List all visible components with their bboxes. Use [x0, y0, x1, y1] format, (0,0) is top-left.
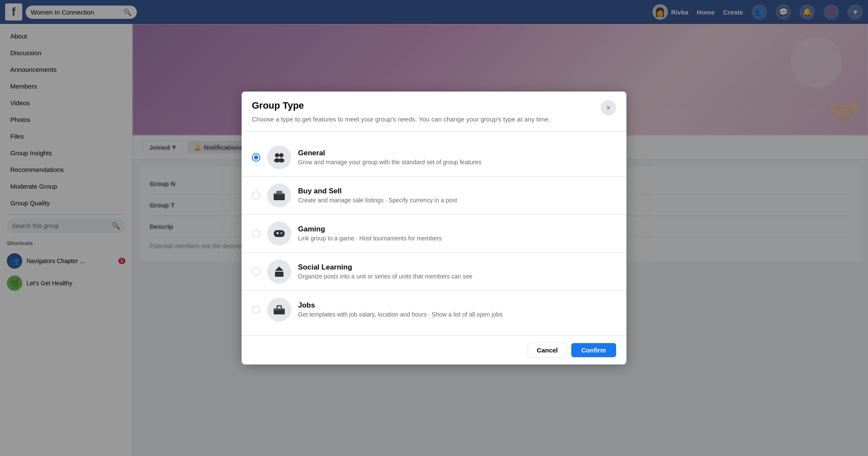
social-learning-icon [267, 260, 291, 284]
social-learning-name: Social Learning [298, 263, 616, 272]
jobs-desc: Get templates with job salary, location … [298, 311, 616, 318]
gaming-info: Gaming Link group to a game · Host tourn… [298, 225, 616, 242]
modal-subtitle: Choose a type to get features to meet yo… [252, 115, 550, 124]
buy-sell-name: Buy and Sell [298, 187, 616, 195]
modal-body: General Grow and manage your group with … [242, 132, 626, 335]
modal-title: Group Type [252, 100, 550, 111]
svg-point-1 [279, 153, 283, 157]
group-type-modal: Group Type Choose a type to get features… [242, 92, 626, 364]
radio-gaming[interactable] [252, 229, 260, 238]
general-info: General Grow and manage your group with … [298, 149, 616, 166]
radio-jobs[interactable] [252, 305, 260, 314]
svg-rect-6 [274, 193, 285, 195]
social-learning-info: Social Learning Organize posts into a un… [298, 263, 616, 280]
jobs-icon [267, 298, 291, 322]
svg-rect-12 [275, 272, 283, 277]
option-gaming[interactable]: Gaming Link group to a game · Host tourn… [242, 215, 626, 252]
buy-sell-icon [267, 184, 291, 207]
modal-title-area: Group Type Choose a type to get features… [252, 100, 550, 124]
gaming-desc: Link group to a game · Host tournaments … [298, 235, 616, 242]
general-name: General [298, 149, 616, 157]
gaming-icon [267, 222, 291, 246]
radio-dot [254, 155, 258, 160]
option-social-learning[interactable]: Social Learning Organize posts into a un… [242, 253, 626, 290]
svg-point-0 [275, 153, 279, 157]
jobs-name: Jobs [298, 301, 616, 310]
gaming-name: Gaming [298, 225, 616, 234]
buy-sell-info: Buy and Sell Create and manage sale list… [298, 187, 616, 204]
general-desc: Grow and manage your group with the stan… [298, 159, 616, 166]
radio-buy-sell[interactable] [252, 191, 260, 200]
svg-rect-16 [274, 308, 285, 310]
modal-header: Group Type Choose a type to get features… [242, 92, 626, 132]
svg-marker-13 [275, 266, 283, 271]
svg-rect-9 [277, 232, 278, 234]
cancel-button[interactable]: Cancel [528, 343, 567, 358]
svg-point-11 [281, 233, 282, 234]
option-jobs[interactable]: Jobs Get templates with job salary, loca… [242, 291, 626, 329]
modal-footer: Cancel Confirm [242, 335, 626, 364]
radio-general[interactable] [252, 153, 260, 162]
jobs-info: Jobs Get templates with job salary, loca… [298, 301, 616, 318]
buy-sell-desc: Create and manage sale listings · Specif… [298, 197, 616, 204]
svg-point-3 [278, 158, 284, 163]
social-learning-desc: Organize posts into a unit or series of … [298, 273, 616, 280]
close-icon: × [606, 104, 611, 113]
modal-overlay: Group Type Choose a type to get features… [0, 0, 868, 456]
confirm-button[interactable]: Confirm [571, 343, 617, 357]
svg-rect-7 [274, 230, 285, 237]
general-icon [267, 145, 291, 169]
radio-social-learning[interactable] [252, 267, 260, 276]
close-button[interactable]: × [601, 100, 616, 115]
option-buy-sell[interactable]: Buy and Sell Create and manage sale list… [242, 177, 626, 214]
option-general[interactable]: General Grow and manage your group with … [242, 139, 626, 176]
